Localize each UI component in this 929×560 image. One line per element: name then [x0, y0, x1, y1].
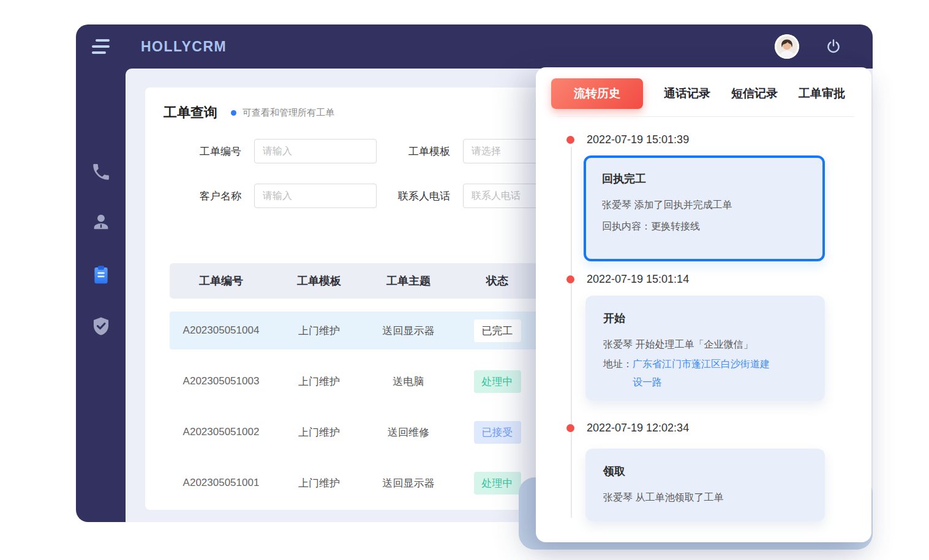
timeline-dot [566, 275, 574, 283]
workorder-template: 上门维护 [273, 375, 366, 389]
security-shield-icon[interactable] [91, 316, 111, 337]
filter-workorder-id: 工单编号 [174, 139, 377, 163]
brand-logo: HOLLYCRM [141, 39, 227, 55]
timeline-card-start[interactable]: 开始 张爱琴 开始处理工单「企业微信」 地址： 广东省江门市蓬江区白沙街道建设一… [585, 296, 825, 401]
timeline-card-address-row: 地址： 广东省江门市蓬江区白沙街道建设一路 [603, 355, 807, 392]
timeline-card-title: 回执完工 [602, 171, 807, 186]
app-header: HOLLYCRM [76, 24, 873, 69]
address-label: 地址： [603, 355, 633, 392]
power-icon[interactable] [825, 38, 842, 55]
timeline-card-title: 领取 [603, 464, 807, 479]
workorder-clipboard-icon[interactable] [91, 264, 111, 285]
workorder-subject: 送回维修 [366, 425, 451, 439]
tab-flow-history[interactable]: 流转历史 [551, 78, 643, 109]
tab-call-records[interactable]: 通话记录 [664, 86, 710, 102]
column-header: 工单主题 [366, 274, 451, 288]
filter-label: 客户名称 [174, 189, 241, 203]
status-badge: 已完工 [474, 319, 521, 342]
timeline-timestamp: 2022-07-19 15:01:39 [587, 133, 689, 146]
tab-sms-records[interactable]: 短信记录 [731, 86, 778, 102]
phone-icon[interactable] [91, 162, 111, 182]
subtitle-dot-icon [231, 110, 236, 116]
tabs-divider [557, 116, 854, 117]
workorder-id: A202305051001 [170, 477, 273, 489]
user-avatar[interactable] [775, 34, 799, 59]
timeline-card-line: 张爱琴 开始处理工单「企业微信」 [603, 334, 807, 355]
status-cell: 处理中 [451, 370, 543, 393]
workorder-id: A202305051004 [170, 324, 273, 337]
workorder-id: A202305051003 [170, 375, 273, 387]
page-title-row: 工单查询 可查看和管理所有工单 [164, 103, 334, 122]
screenshot-stage: HOLLYCRM [0, 0, 929, 560]
status-cell: 已完工 [451, 319, 543, 342]
workorder-subject: 送回显示器 [366, 324, 451, 338]
workorder-subject: 送回显示器 [366, 476, 451, 490]
timeline-timestamp: 2022-07-19 12:02:34 [587, 422, 689, 435]
workorder-detail-panel: 流转历史 通话记录 短信记录 工单审批 2022-07-19 15:01:39 … [536, 67, 871, 542]
contacts-icon[interactable] [91, 212, 111, 233]
column-header: 工单编号 [170, 274, 273, 288]
workorder-template: 上门维护 [273, 425, 366, 439]
status-badge: 已接受 [474, 421, 521, 444]
status-badge: 处理中 [474, 472, 521, 495]
workorder-id: A202305051002 [170, 426, 273, 438]
workorder-template: 上门维护 [273, 476, 366, 490]
filter-label: 工单编号 [174, 144, 241, 159]
header-actions [775, 34, 873, 59]
timeline-line [571, 147, 572, 518]
tab-workorder-approval[interactable]: 工单审批 [799, 86, 845, 102]
customer-name-input[interactable] [254, 184, 377, 208]
panel-tabs: 流转历史 通话记录 短信记录 工单审批 [551, 78, 857, 109]
status-badge: 处理中 [474, 370, 521, 393]
timeline-dot [566, 424, 574, 432]
timeline-dot [566, 136, 574, 144]
page-subtitle: 可查看和管理所有工单 [243, 107, 334, 119]
timeline-card-line: 回执内容：更换转接线 [602, 215, 807, 237]
timeline-card-title: 开始 [603, 311, 807, 326]
column-header: 状态 [451, 274, 543, 288]
timeline-card-receipt-complete[interactable]: 回执完工 张爱琴 添加了回执并完成工单 回执内容：更换转接线 [584, 155, 825, 261]
filter-customer-name: 客户名称 [174, 184, 377, 208]
nav-sidebar [76, 69, 126, 522]
filter-label: 工单模板 [374, 144, 450, 159]
timeline-timestamp: 2022-07-19 15:01:14 [587, 273, 689, 286]
workorder-subject: 送电脑 [366, 375, 451, 389]
workorder-id-input[interactable] [254, 139, 377, 163]
page-title: 工单查询 [164, 103, 217, 122]
column-header: 工单模板 [273, 274, 366, 288]
timeline-card-line: 张爱琴 添加了回执并完成工单 [602, 194, 807, 215]
filter-label: 联系人电话 [374, 189, 450, 203]
address-link[interactable]: 广东省江门市蓬江区白沙街道建设一路 [633, 355, 775, 392]
status-cell: 已接受 [451, 421, 543, 444]
timeline-card-claim[interactable]: 领取 张爱琴 从工单池领取了工单 [585, 449, 825, 521]
timeline-card-line: 张爱琴 从工单池领取了工单 [603, 487, 807, 508]
avatar-image [775, 34, 799, 59]
workorder-template: 上门维护 [273, 324, 366, 338]
hamburger-icon[interactable] [92, 39, 113, 54]
